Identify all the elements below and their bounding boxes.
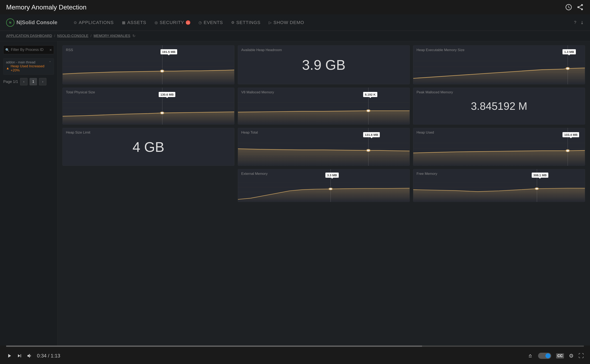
heap-used-chart-svg [413,137,585,166]
external-memory-tooltip: 3.3 MB [325,173,339,178]
external-memory-chart-svg [238,177,410,202]
controls-row: 0:34 / 1:13 CC ⚙ ⛶ [6,350,584,362]
svg-marker-4 [63,70,234,84]
app-ui: N N|Solid Console ⊙ Applications ▦ Asset… [0,14,590,345]
nav-item-settings[interactable]: ⚙ Settings [231,19,261,26]
applications-icon: ⊙ [74,20,77,25]
heap-exec-tooltip: 1.3 MB [563,49,576,54]
chart-available-heap[interactable]: Available Heap Headroom 3.9 GB [238,45,410,84]
security-icon: ◎ [155,20,158,25]
cc-button[interactable]: CC [556,353,564,358]
available-heap-label: Available Heap Headroom [241,48,282,52]
process-expand-icon[interactable]: ⌃ [49,60,51,65]
alert-icon: ▲ [6,66,9,70]
page-1-btn[interactable]: 1 [30,78,37,85]
prev-page-btn[interactable]: ‹ [20,78,27,85]
video-controls: 0:34 / 1:13 CC ⚙ ⛶ [0,345,590,364]
settings-icon: ⚙ [231,20,235,25]
nav-item-security[interactable]: ◎ Security 11 [155,19,190,26]
video-area: N N|Solid Console ⊙ Applications ▦ Asset… [0,14,590,345]
logo-icon: N [6,19,14,27]
toggle-knob [545,353,550,358]
svg-marker-40 [238,188,410,202]
heap-used-tooltip: 103.4 MB [563,132,579,137]
skip-next-button[interactable] [16,353,23,359]
current-time: 0:34 [37,353,47,358]
chart-peak-malloced[interactable]: Peak Malloced Memory 3.845192 M [413,88,585,124]
peak-malloced-label: Peak Malloced Memory [417,90,453,94]
nav-show-demo-label: Show Demo [273,20,304,25]
heap-total-label: Heap Total [241,130,258,135]
breadcrumb-sep2: / [91,34,92,38]
filter-clear-icon[interactable]: ✕ [49,48,52,52]
autoplay-toggle[interactable] [538,353,551,359]
process-item[interactable]: addon - main thread ▲ Heap Used Increase… [3,58,54,75]
nav-assets-label: Assets [127,20,146,25]
sidebar: 🔍 ✕ addon - main thread ▲ Heap Used Incr… [0,41,58,345]
chart-heap-total[interactable]: Heap Total 131.6 MB [238,128,410,166]
show-demo-icon: ▷ [269,20,272,25]
chart-placeholder-empty [62,169,235,202]
captions-dropdown-button[interactable] [527,353,533,359]
chart-heap-used[interactable]: Heap Used 103.4 MB [413,128,585,166]
free-memory-tooltip: 308.1 MB [532,173,548,178]
play-button[interactable] [6,353,12,359]
dashboard: RSS 191.5 MB [58,41,590,345]
events-icon: ◷ [198,20,202,25]
nav-events-label: Events [204,20,223,25]
controls-right: CC ⚙ ⛶ [527,353,584,359]
v8-malloced-chart-svg [238,97,410,124]
nav-applications-label: Applications [79,20,114,25]
external-memory-label: External Memory [241,172,268,176]
peak-malloced-value: 3.845192 M [471,100,527,112]
settings-gear-icon[interactable]: ⚙ [569,353,574,359]
filter-input-wrap: 🔍 ✕ [3,45,54,54]
next-page-btn[interactable]: › [39,78,46,85]
breadcrumb-refresh-icon[interactable]: ↻ [132,34,136,38]
pagination: Page 1/1 ‹ 1 › [3,78,54,85]
clock-icon[interactable] [565,3,572,11]
process-alert: ▲ Heap Used Increased +20% [6,64,49,72]
share-icon[interactable] [577,3,584,11]
chart-free-memory[interactable]: Free Memory 308.1 MB [413,169,585,202]
charts-grid: RSS 191.5 MB [62,45,585,202]
chart-external-memory[interactable]: External Memory 3.3 MB [238,169,410,202]
chart-heap-size-limit[interactable]: Heap Size Limit 4 GB [62,128,235,166]
volume-button[interactable] [27,353,33,359]
account-icon[interactable]: ⤓ [580,20,584,25]
nav-item-assets[interactable]: ▦ Assets [122,19,146,26]
nav-item-applications[interactable]: ⊙ Applications [74,19,114,26]
total-physical-tooltip: 130.6 MB [159,92,175,97]
breadcrumb-memory-anomalies[interactable]: Memory Anomalies [94,34,130,38]
heap-size-limit-label: Heap Size Limit [66,130,90,135]
nav-item-show-demo[interactable]: ▷ Show Demo [269,19,304,26]
svg-marker-22 [238,110,410,124]
video-title-bar: Memory Anomaly Detection [0,0,590,14]
help-icon[interactable]: ? [574,20,576,25]
process-alert-text: Heap Used Increased +20% [11,64,49,72]
nav-right: ? ⤓ [574,20,584,25]
nav-bar: N N|Solid Console ⊙ Applications ▦ Asset… [0,14,590,31]
heap-exec-chart-svg [413,55,585,84]
filter-input[interactable] [3,45,54,54]
nav-security-label: Security [160,20,184,25]
video-title: Memory Anomaly Detection [6,3,86,11]
breadcrumb-app-dashboard[interactable]: Application Dashboard [6,34,52,38]
heap-exec-label: Heap Executable Memory Size [417,48,464,52]
chart-rss[interactable]: RSS 191.5 MB [62,45,235,84]
chart-v8-malloced[interactable]: V8 Malloced Memory 8.192 K [238,88,410,124]
chart-total-physical[interactable]: Total Physical Size 130.6 MB [62,88,235,124]
fullscreen-icon[interactable]: ⛶ [578,353,584,359]
breadcrumb-nsolid-console[interactable]: nsolid-console [57,34,88,38]
svg-marker-28 [238,149,410,166]
v8-malloced-label: V8 Malloced Memory [241,90,274,94]
svg-marker-16 [63,112,234,124]
chart-heap-exec[interactable]: Heap Executable Memory Size 1.3 MB [413,45,585,84]
nav-item-events[interactable]: ◷ Events [198,19,223,26]
v8-malloced-tooltip: 8.192 K [363,92,377,97]
process-name: addon - main thread [6,60,49,64]
svg-marker-34 [413,150,585,166]
progress-bar[interactable] [6,345,584,347]
total-time: 1:13 [51,353,60,358]
breadcrumb-sep1: / [54,34,55,38]
